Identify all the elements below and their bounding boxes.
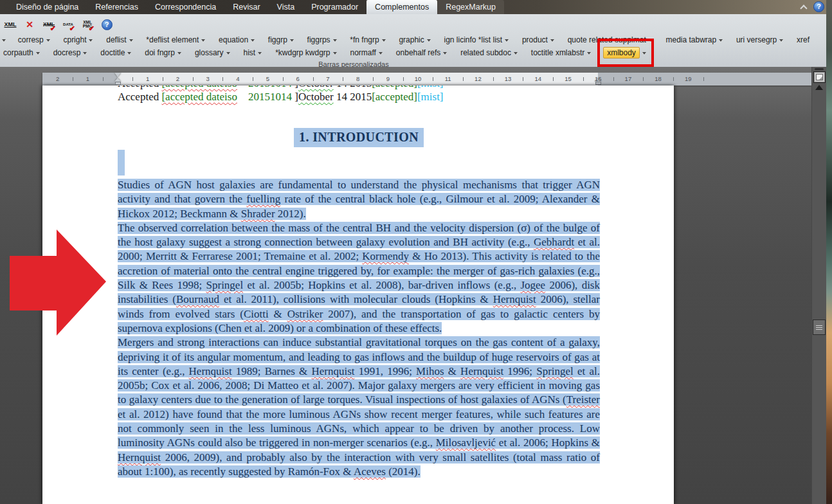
selected-blank-line	[118, 150, 125, 176]
markup-button-glossary[interactable]: glossary	[194, 48, 231, 58]
dropdown-arrow-icon[interactable]	[505, 39, 509, 42]
dropdown-arrow-icon[interactable]	[89, 39, 93, 42]
markup-button-label: ign licinfo *list list	[444, 35, 502, 44]
dropdown-arrow-icon[interactable]	[427, 39, 431, 42]
ruler-tick	[643, 77, 644, 81]
markup-button-onbehalf-refs[interactable]: onbehalf refs	[395, 48, 448, 58]
markup-button-uri-versegrp[interactable]: uri versegrp	[735, 35, 784, 45]
document-page[interactable]: Accepted [accepted dateiso 20151014 ]Oct…	[42, 86, 674, 504]
dropdown-arrow-icon[interactable]	[550, 39, 554, 42]
word-window: Diseño de páginaReferenciasCorrespondenc…	[0, 0, 832, 504]
ruler-number: 3	[206, 75, 209, 82]
markup-button-quote-related-supplmat[interactable]: quote related supplmat	[566, 35, 654, 45]
tab-correspondencia[interactable]: Correspondencia	[147, 0, 224, 14]
dropdown-arrow-icon[interactable]	[443, 52, 447, 55]
markup-button-corpauth[interactable]: corpauth	[2, 48, 41, 58]
dropdown-arrow-icon[interactable]	[177, 52, 181, 55]
xml-pmc-icon[interactable]: XMLPMC✔	[80, 17, 95, 32]
ruler-number: 2	[56, 75, 59, 82]
markup-button-label: figgrp	[268, 35, 287, 44]
dropdown-arrow-icon[interactable]	[290, 39, 294, 42]
xml-insert-icon[interactable]: XML	[3, 17, 18, 32]
markup-button-docresp[interactable]: docresp	[52, 48, 89, 58]
xmlbody-button-group: xmlbody	[603, 47, 646, 59]
dropdown-arrow-icon[interactable]	[333, 52, 337, 55]
markup-button-equation[interactable]: equation	[217, 35, 256, 45]
ruler-tick	[373, 77, 374, 81]
markup-button-label: figgrps	[307, 35, 330, 44]
delete-markup-icon[interactable]: ✕	[22, 17, 37, 32]
ruler-number: 19	[685, 75, 692, 82]
view-ruler-toggle-button[interactable]	[813, 71, 826, 83]
tab-regexmarkup[interactable]: RegexMarkup	[437, 0, 504, 14]
markup-button-doi-fngrp[interactable]: doi fngrp	[143, 48, 183, 58]
dropdown-arrow-icon[interactable]	[649, 39, 653, 42]
help-icon[interactable]: ?	[99, 17, 114, 32]
markup-button-normaff[interactable]: normaff	[348, 48, 383, 58]
dropdown-arrow-icon[interactable]	[333, 39, 337, 42]
scrollbar-thumb[interactable]	[813, 320, 826, 335]
markup-button-deflist[interactable]: deflist	[105, 35, 134, 45]
ruler-number: 6	[296, 75, 300, 82]
markup-button-product[interactable]: product	[521, 35, 556, 45]
ruler-number: 1	[146, 75, 149, 82]
dropdown-arrow-icon[interactable]	[226, 52, 230, 55]
markup-button-label: normaff	[350, 48, 375, 57]
ruler-number: 4	[236, 75, 239, 82]
dropdown-arrow-icon[interactable]	[779, 39, 783, 42]
dropdown-arrow-icon[interactable]	[379, 52, 383, 55]
dropdown-arrow-icon[interactable]	[382, 39, 386, 42]
help-circle-glyph: ?	[102, 19, 113, 30]
markup-button-figgrps[interactable]: figgrps	[306, 35, 338, 45]
dropdown-arrow-icon[interactable]	[127, 52, 131, 55]
dropdown-arrow-icon[interactable]	[642, 52, 646, 55]
markup-button-label: *kwdgrp kwdgrp	[275, 48, 330, 57]
dropdown-arrow-icon[interactable]	[46, 39, 50, 42]
dropdown-arrow-icon[interactable]	[251, 39, 255, 42]
dropdown-arrow-icon[interactable]	[201, 39, 205, 42]
markup-button-xref[interactable]: xref	[795, 35, 811, 45]
dropdown-arrow-icon[interactable]	[36, 52, 40, 55]
markup-button-toctitle-xmlabstr[interactable]: toctitle xmlabstr	[530, 48, 592, 58]
tab-vista[interactable]: Vista	[269, 0, 303, 14]
dropdown-arrow-icon[interactable]	[587, 52, 591, 55]
markup-button-cpright[interactable]: cpright	[62, 35, 94, 45]
left-indent-marker[interactable]	[115, 82, 121, 85]
split-window-handle[interactable]	[815, 68, 824, 70]
markup-button-figgrp[interactable]: figgrp	[267, 35, 295, 45]
ruler-tick	[73, 77, 73, 81]
markup-button-doctitle[interactable]: doctitle	[99, 48, 132, 58]
dropdown-arrow-icon[interactable]	[129, 39, 133, 42]
collapse-ribbon-icon[interactable]	[799, 3, 808, 12]
markup-button--kwdgrp-kwdgrp[interactable]: *kwdgrp kwdgrp	[274, 48, 338, 58]
first-line-indent-marker[interactable]	[114, 73, 121, 77]
markup-button-label: media tabwrap	[665, 35, 716, 44]
markup-button-related-subdoc[interactable]: related subdoc	[459, 48, 519, 58]
markup-button-label: graphic	[399, 35, 424, 44]
dropdown-arrow-icon[interactable]	[2, 39, 6, 42]
dropdown-arrow-icon[interactable]	[83, 52, 87, 55]
tab-revisar[interactable]: Revisar	[224, 0, 268, 14]
dropdown-arrow-icon[interactable]	[719, 39, 723, 42]
data-validate-icon[interactable]: DATA✔	[60, 17, 76, 32]
tab-referencias[interactable]: Referencias	[87, 0, 147, 14]
tab-complementos[interactable]: Complementos	[366, 0, 437, 14]
tab-programador[interactable]: Programador	[303, 0, 366, 14]
scroll-up-arrow[interactable]	[815, 85, 823, 90]
dropdown-arrow-icon[interactable]	[514, 52, 518, 55]
markup-button-graphic[interactable]: graphic	[397, 35, 431, 45]
markup-button--deflist-element[interactable]: *deflist element	[145, 35, 206, 45]
markup-button-hist[interactable]: hist	[242, 48, 264, 58]
markup-button-media-tabwrap[interactable]: media tabwrap	[664, 35, 724, 45]
ruler-tick	[613, 77, 614, 81]
markup-button-ign-licinfo-list-list[interactable]: ign licinfo *list list	[442, 35, 510, 45]
help-button[interactable]: ?	[813, 1, 824, 12]
section-heading: 1. INTRODUCTION	[118, 128, 600, 147]
xml-validate-icon[interactable]: XML✔	[41, 17, 57, 32]
tab-dise-o-de-p-gina[interactable]: Diseño de página	[8, 0, 87, 14]
markup-button-corresp[interactable]: corresp	[17, 35, 51, 45]
markup-button--fn-fngrp[interactable]: *fn fngrp	[348, 35, 386, 45]
markup-button-xmlbody[interactable]: xmlbody	[603, 47, 640, 59]
dropdown-arrow-icon[interactable]	[258, 52, 262, 55]
markup-button-label: corpauth	[3, 48, 33, 57]
